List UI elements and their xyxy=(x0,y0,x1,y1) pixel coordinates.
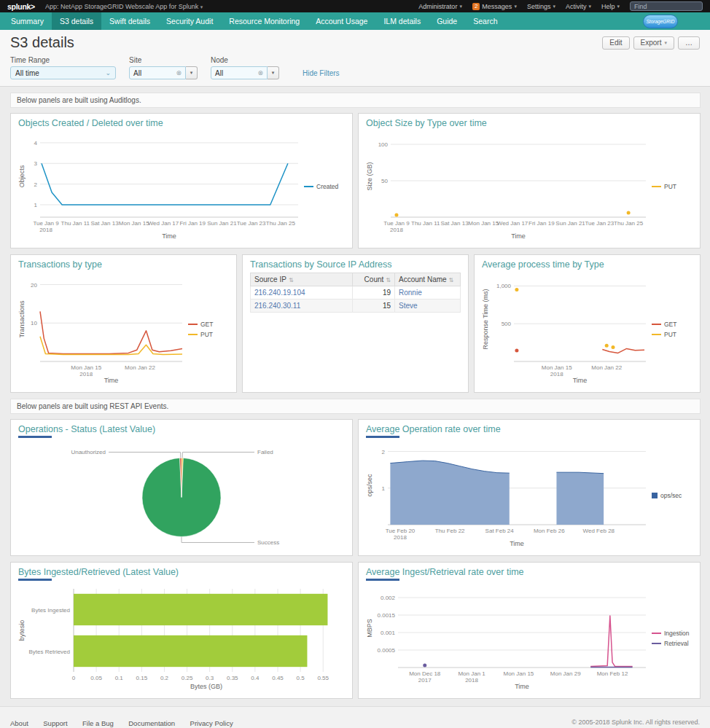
legend-item[interactable]: GET xyxy=(652,321,693,328)
legend-item[interactable]: ops/sec xyxy=(652,492,693,499)
chevron-down-icon: ⌄ xyxy=(105,69,111,77)
svg-text:Time: Time xyxy=(515,683,529,690)
svg-text:Sat Feb 24: Sat Feb 24 xyxy=(485,528,515,534)
chart-canvas[interactable]: 1020Mon Jan 152018Mon Jan 22TimeTransact… xyxy=(18,271,188,388)
source-ip-link[interactable]: 216.240.30.11 xyxy=(254,302,300,310)
chart-canvas[interactable]: 50100Tue Jan 92018Thu Jan 11Sat Jan 13Mo… xyxy=(366,130,652,243)
nav-tab-s3-details[interactable]: S3 details xyxy=(52,12,101,30)
nav-tab-search[interactable]: Search xyxy=(465,12,505,30)
nav-tab-account-usage[interactable]: Account Usage xyxy=(308,12,375,30)
legend-item[interactable]: PUT xyxy=(652,331,693,338)
svg-text:Mon Jan 1: Mon Jan 1 xyxy=(458,670,485,677)
page-header: S3 details Edit Export▾ … Time Range All… xyxy=(0,30,710,87)
section-auditlogs: Below panels are built using Auditlogs. xyxy=(10,93,701,108)
more-button[interactable]: … xyxy=(678,36,700,50)
panel-title: Objects Created / Deleted over time xyxy=(18,118,345,128)
column-count[interactable]: Count⇅ xyxy=(353,273,395,286)
administrator-menu[interactable]: Administrator ▾ xyxy=(418,3,462,10)
nav-tab-summary[interactable]: Summary xyxy=(3,12,52,30)
chart-canvas[interactable]: 5001,000Mon Jan 152018Mon Jan 22TimeResp… xyxy=(482,271,652,388)
messages-menu[interactable]: 2 Messages ▾ xyxy=(472,3,517,10)
svg-text:Fri Jan 19: Fri Jan 19 xyxy=(528,220,555,227)
legend-label: Retrieval xyxy=(664,640,689,647)
legend-swatch xyxy=(304,186,313,187)
find-input[interactable] xyxy=(630,1,703,11)
chart-legend: ops/sec xyxy=(652,440,693,551)
column-account-name[interactable]: Account Name⇅ xyxy=(395,273,461,286)
panel-title: Bytes Ingested/Retrieved (Latest Value) xyxy=(18,567,345,577)
nav-tab-security-audit[interactable]: Security Audit xyxy=(158,12,221,30)
svg-text:Response Time (ms): Response Time (ms) xyxy=(482,289,489,349)
svg-text:Wed Jan 17: Wed Jan 17 xyxy=(497,220,528,227)
column-label: Account Name xyxy=(399,275,447,283)
clear-icon[interactable]: ⊗ xyxy=(176,69,182,77)
panel-objects-created: Objects Created / Deleted over time 1234… xyxy=(10,113,353,248)
svg-text:2: 2 xyxy=(34,181,38,188)
svg-text:Size (GB): Size (GB) xyxy=(366,162,373,190)
hide-filters-link[interactable]: Hide Filters xyxy=(303,69,340,77)
svg-text:Thu Jan 25: Thu Jan 25 xyxy=(266,220,296,227)
table-row[interactable]: 216.240.19.10419Ronnie xyxy=(251,286,461,300)
progress-rule xyxy=(366,436,399,438)
svg-text:Bytes Retrieved: Bytes Retrieved xyxy=(29,649,70,655)
activity-menu[interactable]: Activity ▾ xyxy=(566,3,591,10)
export-button[interactable]: Export▾ xyxy=(633,36,674,50)
edit-button[interactable]: Edit xyxy=(602,36,629,50)
help-menu[interactable]: Help ▾ xyxy=(601,3,620,10)
svg-text:Bytes Ingested: Bytes Ingested xyxy=(31,607,70,614)
app-menu[interactable]: App: NetApp StorageGRID Webscale App for… xyxy=(45,3,203,10)
footer-link-about[interactable]: About xyxy=(10,719,28,727)
footer-link-privacy-policy[interactable]: Privacy Policy xyxy=(190,719,233,727)
messages-label: Messages xyxy=(482,3,512,10)
source-ip-link[interactable]: 216.240.19.104 xyxy=(254,289,305,297)
node-label: Node xyxy=(211,56,279,64)
legend-item[interactable]: GET xyxy=(188,321,229,328)
svg-text:2018: 2018 xyxy=(465,677,478,684)
svg-text:1: 1 xyxy=(34,202,38,208)
chart-canvas[interactable]: 12Tue Feb 202018Thu Feb 22Sat Feb 24Mon … xyxy=(366,440,652,551)
legend-item[interactable]: Retrieval xyxy=(652,640,693,647)
chart-legend: IngestionRetrieval xyxy=(652,583,693,694)
chart-canvas[interactable]: FailedSuccessUnauthorized xyxy=(18,440,345,551)
footer-link-support[interactable]: Support xyxy=(43,719,67,727)
panel-operation-rate: Average Operation rate over time 12Tue F… xyxy=(358,419,701,556)
account-name-cell: Ronnie xyxy=(395,286,461,300)
account-name-link[interactable]: Steve xyxy=(399,302,418,310)
svg-text:0.001: 0.001 xyxy=(381,630,396,636)
legend-item[interactable]: PUT xyxy=(652,183,693,190)
chart-canvas[interactable]: 1234Tue Jan 92018Thu Jan 11Sat Jan 13Mon… xyxy=(18,130,304,243)
nav-tab-swift-details[interactable]: Swift details xyxy=(101,12,158,30)
nav-tab-ilm-details[interactable]: ILM details xyxy=(375,12,429,30)
site-dropdown-button[interactable]: ▾ xyxy=(186,66,198,79)
footer-link-file-a-bug[interactable]: File a Bug xyxy=(82,719,114,727)
chart-canvas[interactable]: 00.050.10.150.20.250.30.350.40.450.50.55… xyxy=(18,583,345,694)
legend-item[interactable]: PUT xyxy=(188,331,229,338)
panel-title: Average process time by Type xyxy=(482,259,693,270)
top-bar: splunk> App: NetApp StorageGRID Webscale… xyxy=(0,0,710,12)
chart-legend: GETPUT xyxy=(188,271,229,388)
account-name-link[interactable]: Ronnie xyxy=(399,289,422,297)
site-input[interactable]: All ⊗ xyxy=(129,66,186,79)
svg-text:2: 2 xyxy=(382,449,386,455)
splunk-logo[interactable]: splunk> xyxy=(7,2,35,11)
legend-item[interactable]: Created xyxy=(304,183,345,190)
settings-label: Settings xyxy=(527,3,551,10)
legend-swatch xyxy=(652,643,661,644)
nav-tab-guide[interactable]: Guide xyxy=(429,12,465,30)
svg-text:Thu Jan 11: Thu Jan 11 xyxy=(61,220,90,227)
settings-menu[interactable]: Settings ▾ xyxy=(527,3,555,10)
column-source-ip[interactable]: Source IP⇅ xyxy=(251,273,353,286)
node-input[interactable]: All ⊗ xyxy=(211,66,268,79)
time-range-select[interactable]: All time ⌄ xyxy=(10,66,116,79)
table-row[interactable]: 216.240.30.1115Steve xyxy=(251,300,461,313)
nav-tab-resource-monitoring[interactable]: Resource Monitoring xyxy=(221,12,308,30)
legend-label: Ingestion xyxy=(664,630,690,637)
node-dropdown-button[interactable]: ▾ xyxy=(268,66,279,79)
chevron-down-icon: ▾ xyxy=(514,4,517,9)
legend-item[interactable]: Ingestion xyxy=(652,630,693,637)
footer-link-documentation[interactable]: Documentation xyxy=(128,719,175,727)
svg-text:Mon Jan 22: Mon Jan 22 xyxy=(125,364,155,371)
clear-icon[interactable]: ⊗ xyxy=(257,69,263,77)
svg-text:1,000: 1,000 xyxy=(496,283,512,289)
chart-canvas[interactable]: 0.00050.0010.00150.002Mon Dec 182017Mon … xyxy=(366,583,652,694)
